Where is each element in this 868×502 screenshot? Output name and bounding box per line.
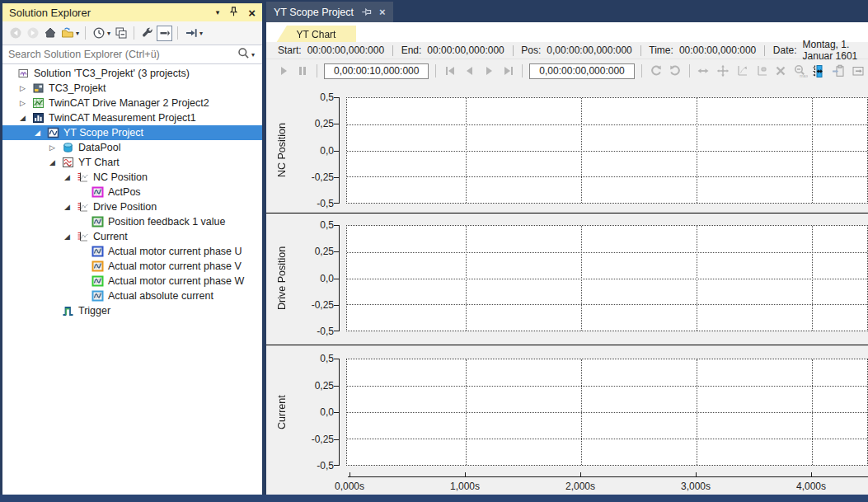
x-axis-tick-label: 2,000s xyxy=(551,481,609,492)
cursor-position-input[interactable]: 0,00:00:00,000:000 xyxy=(529,63,635,79)
tree-expand-icon[interactable]: ▷ xyxy=(18,84,32,92)
y-axis-tick-label: -0,5 xyxy=(283,460,334,472)
back-icon[interactable] xyxy=(7,26,23,41)
solution-explorer-title: Solution Explorer xyxy=(9,7,91,19)
tree-collapse-icon[interactable]: ◢ xyxy=(63,173,77,181)
solution-explorer-toolbar: ▾ ▾ ▾ xyxy=(2,21,262,45)
scope-toolbar: 0,00:00:10,000:0000,00:00:00,000:000max xyxy=(266,59,868,82)
tree-item[interactable]: ◢Drive Position xyxy=(2,199,262,214)
skip-end-icon[interactable] xyxy=(500,63,516,78)
tree-item-label: Trigger xyxy=(78,303,110,318)
fit-all-icon[interactable] xyxy=(715,63,730,78)
tree-item-label: ActPos xyxy=(108,185,141,199)
x-axis-tick-label: 3,000s xyxy=(667,481,725,492)
plot-area[interactable] xyxy=(346,97,868,204)
tree-item[interactable]: ◢NC Position xyxy=(2,170,262,185)
status-value: 00:00:00,000:000 xyxy=(307,45,384,56)
tree-item[interactable]: ▷TwinCAT Drive Manager 2 Project2 xyxy=(2,96,262,110)
solution-explorer-titlebar[interactable]: Solution Explorer ▾ × xyxy=(2,3,262,21)
tree-item-label: Solution 'TC3_Projekt' (3 projects) xyxy=(34,66,190,81)
undo-zoom-icon[interactable] xyxy=(648,63,664,78)
drive-manager-icon xyxy=(32,97,45,109)
tab-pin-icon[interactable] xyxy=(361,7,372,17)
redo-zoom-icon[interactable] xyxy=(667,63,683,78)
step-back-icon[interactable] xyxy=(462,63,477,78)
tree-item[interactable]: ◢Current xyxy=(2,229,262,244)
record-time-input[interactable]: 0,00:00:10,000:000 xyxy=(324,63,429,79)
plot-area[interactable] xyxy=(346,225,868,331)
y-axis-tick-mark xyxy=(334,305,339,306)
tree-item[interactable]: ▷TC3_Projekt xyxy=(2,81,262,96)
pause-icon[interactable] xyxy=(294,63,310,78)
wave-magenta-icon xyxy=(91,186,104,198)
search-options-dropdown-icon[interactable]: ▾ xyxy=(251,51,255,59)
tree-collapse-icon[interactable]: ◢ xyxy=(63,203,77,211)
tab-close-icon[interactable]: × xyxy=(379,6,386,18)
play-icon[interactable] xyxy=(275,63,291,78)
tree-item[interactable]: Actual absolute current xyxy=(2,289,262,303)
tree-item[interactable]: ◢YT Scope Project xyxy=(2,125,262,140)
switch-views-icon[interactable] xyxy=(59,26,75,41)
tree-item[interactable]: Actual motor current phase V xyxy=(2,259,262,274)
status-value: 00:00:00,000:000 xyxy=(427,45,504,56)
pan-x-icon[interactable] xyxy=(812,63,828,78)
search-icon[interactable] xyxy=(237,47,250,62)
cursor-free-icon[interactable] xyxy=(734,63,750,78)
toolbar-separator xyxy=(641,64,642,77)
delete-cursors-icon[interactable] xyxy=(773,63,789,78)
step-forward-icon[interactable] xyxy=(481,63,496,78)
window-menu-icon[interactable]: ▾ xyxy=(216,9,220,16)
wave-lightblue-icon xyxy=(91,290,104,302)
tree-item[interactable]: Solution 'TC3_Projekt' (3 projects) xyxy=(2,66,262,81)
pending-changes-dropdown-icon[interactable]: ▾ xyxy=(107,30,110,37)
home-icon[interactable] xyxy=(42,26,58,41)
tree-item[interactable]: Actual motor current phase W xyxy=(2,274,262,289)
zoom-max-icon[interactable]: max xyxy=(792,63,808,78)
yt-chart-tab[interactable]: YT Chart xyxy=(276,26,356,43)
document-tab[interactable]: YT Scope Project × xyxy=(266,2,393,22)
scope-icon xyxy=(47,127,59,138)
collapse-all-icon[interactable] xyxy=(113,26,129,41)
y-axis-tick-label: 0,0 xyxy=(283,145,334,157)
pin-icon[interactable] xyxy=(228,6,239,19)
tree-item[interactable]: Actual motor current phase U xyxy=(2,244,262,259)
pending-changes-filter-icon[interactable] xyxy=(91,26,106,41)
tree-item-label: TwinCAT Drive Manager 2 Project2 xyxy=(49,96,209,110)
tree-item[interactable]: Position feedback 1 value xyxy=(2,214,262,229)
tree-collapse-icon[interactable]: ◢ xyxy=(18,114,32,122)
sync-with-active-document-icon[interactable] xyxy=(183,26,199,41)
x-axis-tick-mark xyxy=(350,472,350,476)
tree-expand-icon[interactable]: ▷ xyxy=(48,143,62,152)
switch-views-dropdown-icon[interactable]: ▾ xyxy=(76,30,79,37)
cursor-data-icon[interactable] xyxy=(753,63,769,78)
tree-item-label: DataPool xyxy=(78,140,120,155)
fit-horizontal-icon[interactable] xyxy=(696,63,711,78)
tree-item[interactable]: ◢YT Chart xyxy=(2,155,262,170)
tree-collapse-icon[interactable]: ◢ xyxy=(63,232,77,241)
sync-dropdown-icon[interactable]: ▾ xyxy=(199,30,203,37)
tree-item-label: TwinCAT Measurement Project1 xyxy=(49,110,196,125)
plot-area[interactable] xyxy=(346,359,868,466)
tree-item[interactable]: ActPos xyxy=(2,185,262,199)
tree-item[interactable]: Trigger xyxy=(2,303,262,318)
preview-selected-items-icon[interactable] xyxy=(157,26,172,41)
y-axis-tick-mark xyxy=(334,386,339,387)
wave-orange-icon xyxy=(91,260,104,272)
forward-icon[interactable] xyxy=(25,26,40,41)
close-icon[interactable]: × xyxy=(248,7,256,19)
search-box[interactable]: Search Solution Explorer (Ctrl+ü) ▾ xyxy=(2,45,262,64)
tree-expand-icon[interactable]: ▷ xyxy=(18,99,32,107)
x-axis-tick-label: 1,000s xyxy=(436,481,494,492)
properties-wrench-icon[interactable] xyxy=(139,26,155,41)
tree-item[interactable]: ▷DataPool xyxy=(2,140,262,155)
solution-explorer-panel: Solution Explorer ▾ × ▾ ▾ ▾ Sea xyxy=(2,3,262,495)
tree-collapse-icon[interactable]: ◢ xyxy=(33,129,47,137)
tree-item[interactable]: ◢TwinCAT Measurement Project1 xyxy=(2,110,262,125)
tree-collapse-icon[interactable]: ◢ xyxy=(48,158,62,167)
skip-start-icon[interactable] xyxy=(442,63,457,78)
export-chart-icon[interactable] xyxy=(851,63,866,78)
copy-clipboard-icon[interactable] xyxy=(831,63,847,78)
search-input[interactable]: Search Solution Explorer (Ctrl+ü) xyxy=(8,49,160,60)
x-axis-line xyxy=(348,476,868,477)
vertical-grid-line xyxy=(581,359,582,465)
